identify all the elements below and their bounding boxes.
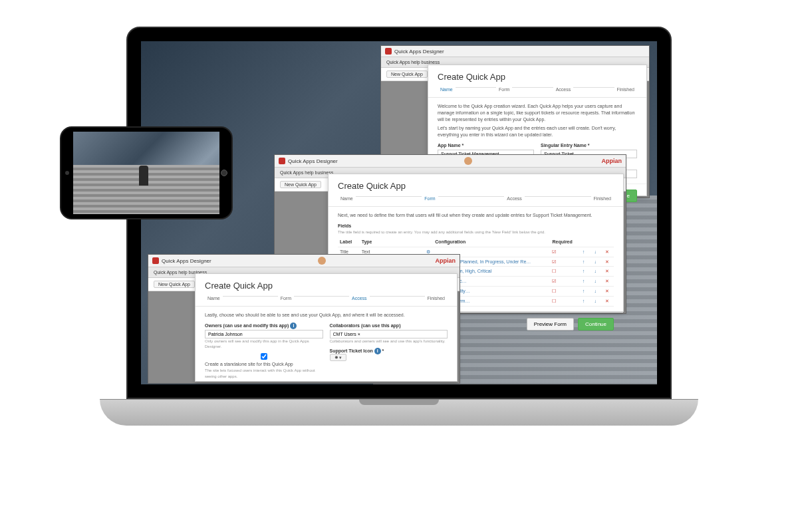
delete-icon[interactable]: ✕ xyxy=(604,259,610,265)
step-finished[interactable]: Finished xyxy=(614,87,637,92)
info-icon[interactable]: i xyxy=(290,323,297,329)
field-required[interactable]: ☐ xyxy=(550,286,579,296)
singular-label: Singular Entry Name * xyxy=(541,142,637,149)
field-required[interactable]: ☑ xyxy=(550,247,579,257)
phone-display xyxy=(73,132,219,214)
intro-text-2: Let's start by naming your Quick App and… xyxy=(438,125,637,138)
phone-frame xyxy=(60,126,233,219)
wizard-steps: Name Form Access Finished xyxy=(196,295,457,307)
step-form[interactable]: Form xyxy=(278,296,294,301)
owners-input[interactable] xyxy=(205,330,323,338)
field-required[interactable]: ☐ xyxy=(550,267,579,277)
owners-label: Owners (can use and modify this app) xyxy=(205,323,289,328)
window-access-step: Quick Apps Designer Appian Quick Apps he… xyxy=(148,254,460,384)
collab-hint: Collaborators and owners will see and us… xyxy=(330,338,448,344)
wizard-steps: Name Form Access Finished xyxy=(329,195,623,207)
col-label: Label xyxy=(338,237,360,247)
collab-input[interactable] xyxy=(330,330,448,338)
collab-label: Collaborators (can use this app) xyxy=(330,323,448,329)
app-title: Quick Apps Designer xyxy=(162,258,211,264)
arrow-down-icon[interactable]: ↓ xyxy=(593,259,598,265)
modal-title: Create Quick App xyxy=(329,174,623,195)
new-quick-app-button[interactable]: New Quick App xyxy=(386,70,428,78)
step-form[interactable]: Form xyxy=(422,196,438,201)
window-titlebar[interactable]: Quick Apps Designer Appian xyxy=(148,255,460,267)
owners-hint: Only owners will see and modify this app… xyxy=(205,338,323,350)
brand-label: Appian xyxy=(601,158,622,164)
window-titlebar[interactable]: Quick Apps Designer xyxy=(381,46,649,57)
arrow-up-icon[interactable]: ↑ xyxy=(581,249,587,255)
arrow-up-icon[interactable]: ↑ xyxy=(581,278,587,285)
app-logo-icon xyxy=(152,257,159,264)
user-avatar-icon[interactable] xyxy=(464,157,472,165)
step-form[interactable]: Form xyxy=(496,87,512,92)
arrow-up-icon[interactable]: ↑ xyxy=(581,298,587,305)
window-titlebar[interactable]: Quick Apps Designer Appian xyxy=(275,155,626,168)
laptop-frame: Quick Apps Designer Quick Apps help busi… xyxy=(100,27,698,466)
arrow-down-icon[interactable]: ↓ xyxy=(593,288,598,295)
arrow-down-icon[interactable]: ↓ xyxy=(593,268,598,275)
step-name[interactable]: Name xyxy=(438,87,456,92)
phone-background-person xyxy=(139,166,148,186)
arrow-up-icon[interactable]: ↑ xyxy=(581,268,587,275)
step-name[interactable]: Name xyxy=(338,196,356,201)
arrow-down-icon[interactable]: ↓ xyxy=(593,278,598,285)
app-name-label: App Name * xyxy=(438,142,534,149)
delete-icon[interactable]: ✕ xyxy=(604,268,610,275)
continue-button[interactable]: Continue xyxy=(578,318,614,331)
field-required[interactable]: ☐ xyxy=(550,296,579,306)
arrow-up-icon[interactable]: ↑ xyxy=(581,259,587,265)
wizard-steps: Name Form Access Finished xyxy=(428,86,646,98)
col-required: Required xyxy=(550,237,579,247)
col-config: Configuration xyxy=(433,237,550,247)
delete-icon[interactable]: ✕ xyxy=(604,288,610,295)
modal-body: Lastly, choose who should be able to see… xyxy=(196,307,457,384)
user-avatar-icon[interactable] xyxy=(318,257,326,265)
fields-label: Fields xyxy=(338,223,614,229)
arrow-up-icon[interactable]: ↑ xyxy=(581,288,587,295)
step-access[interactable]: Access xyxy=(349,296,370,301)
modal-title: Create Quick App xyxy=(196,274,457,295)
delete-icon[interactable]: ✕ xyxy=(604,278,610,285)
app-title: Quick Apps Designer xyxy=(288,158,338,164)
delete-icon[interactable]: ✕ xyxy=(604,249,610,255)
modal-title: Create Quick App xyxy=(428,65,646,86)
col-type: Type xyxy=(360,237,424,247)
form-intro: Next, we need to define the form that us… xyxy=(338,212,614,219)
preview-form-button[interactable]: Preview Form xyxy=(527,318,574,331)
new-quick-app-button[interactable]: New Quick App xyxy=(154,281,195,288)
step-name[interactable]: Name xyxy=(205,296,223,301)
new-quick-app-button[interactable]: New Quick App xyxy=(280,181,321,188)
field-required[interactable]: ☑ xyxy=(550,277,579,287)
step-access[interactable]: Access xyxy=(504,196,525,201)
intro-text-1: Welcome to the Quick App creation wizard… xyxy=(438,103,637,122)
arrow-down-icon[interactable]: ↓ xyxy=(593,298,598,305)
standalone-label: Create a standalone site for this Quick … xyxy=(205,362,293,366)
access-intro: Lastly, choose who should be able to see… xyxy=(205,312,448,319)
icon-label: Support Ticket Icon xyxy=(330,348,373,353)
standalone-hint: The site lets focused users interact wit… xyxy=(205,368,323,379)
icon-picker[interactable]: ✸ ▾ xyxy=(330,354,347,361)
info-icon[interactable]: i xyxy=(374,348,381,354)
app-title: Quick Apps Designer xyxy=(394,49,444,55)
delete-icon[interactable]: ✕ xyxy=(604,298,610,305)
arrow-down-icon[interactable]: ↓ xyxy=(593,249,598,255)
app-logo-icon xyxy=(279,158,285,164)
app-logo-icon xyxy=(385,48,392,55)
step-finished[interactable]: Finished xyxy=(425,296,448,301)
field-required[interactable]: ☑ xyxy=(550,257,579,267)
step-access[interactable]: Access xyxy=(553,87,574,92)
fields-hint: The title field is required to create an… xyxy=(338,229,614,235)
step-finished[interactable]: Finished xyxy=(591,196,614,201)
modal-access-step: Create Quick App Name Form Access Finish… xyxy=(195,273,458,382)
brand-label: Appian xyxy=(435,257,456,264)
laptop-base xyxy=(100,399,698,426)
standalone-checkbox[interactable] xyxy=(205,353,323,360)
